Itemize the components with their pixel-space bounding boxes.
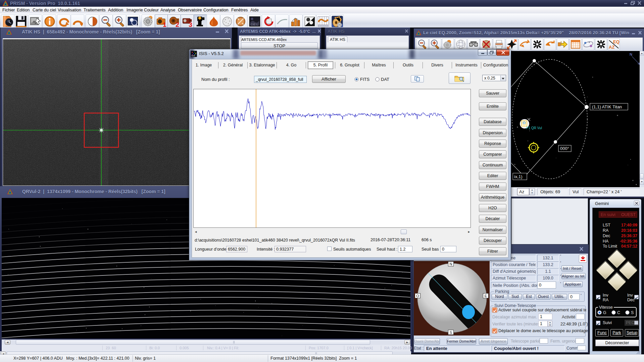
svg-text:3: 3 xyxy=(189,21,192,28)
svg-text:000°: 000° xyxy=(560,146,569,151)
svg-text:CIE L: CIE L xyxy=(251,23,258,26)
svg-text:AZ: AZ xyxy=(609,45,614,50)
svg-text:1: 1 xyxy=(163,21,166,28)
svg-text:N: N xyxy=(630,52,632,56)
svg-text:EQ: EQ xyxy=(613,39,620,44)
svg-text:ix,1): ix,1) xyxy=(514,174,523,179)
svg-text:2: 2 xyxy=(176,21,179,28)
svg-text:(1,1) ATIK Titan: (1,1) ATIK Titan xyxy=(592,104,622,109)
svg-text:P1 QR Vul: P1 QR Vul xyxy=(526,126,542,130)
svg-text:ISIS: ISIS xyxy=(191,55,195,57)
